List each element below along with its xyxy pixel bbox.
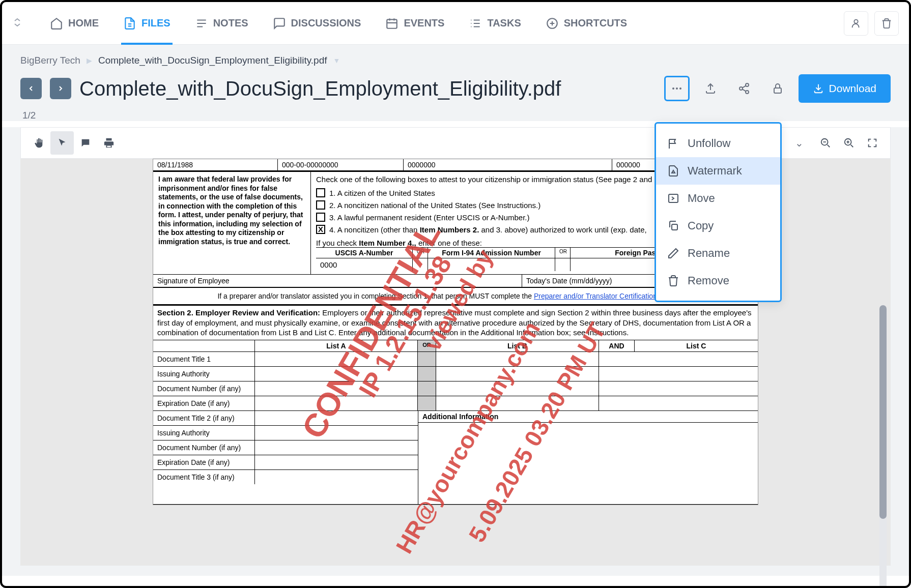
sig-label: Signature of Employee [153,275,522,287]
chevron-right-icon [56,84,65,93]
print-tool[interactable] [97,131,121,155]
zoom-in[interactable] [837,131,861,155]
doc-num-1: Document Number (if any) [153,381,255,396]
nav-tasks[interactable]: TASKS [457,2,533,45]
checkbox-4[interactable] [316,225,325,234]
svg-point-2 [854,19,858,23]
remove-icon [667,275,679,287]
opt3: 3. A lawful permanent resident (Enter US… [329,213,530,222]
nav-files-label: FILES [141,17,170,29]
tasks-icon [469,17,482,30]
chevron-right-icon: ▶ [87,56,92,65]
upload-button[interactable] [698,76,723,101]
move-icon [667,192,679,204]
comment-tool[interactable] [74,131,97,155]
header-area: BigBerry Tech ▶ Complete_with_DocuSign_E… [2,45,909,121]
doc-num-2: Document Number (if any) [153,440,255,455]
uscis-hdr: USCIS A-Number [316,248,413,258]
and-col: AND [599,340,635,351]
issuing-auth-2: Issuing Authority [153,426,255,440]
uscis-val: 0000 [316,258,413,271]
user-button[interactable] [844,11,868,36]
opt2: 2. A noncitizen national of the United S… [329,201,540,210]
menu-copy-label: Copy [688,219,714,232]
zoom-dropdown[interactable]: ⌄ [795,137,804,149]
fullscreen-icon [867,137,878,149]
menu-copy[interactable]: Copy [656,212,780,240]
zoom-out[interactable] [814,131,837,155]
exp-date-1: Expiration Date (if any) [153,396,255,410]
lock-icon [772,82,784,95]
trash-button[interactable] [874,11,899,36]
or2: OR [555,248,571,258]
nav-files[interactable]: FILES [111,2,183,45]
context-menu: Unfollow Watermark Move Copy Rename Remo… [654,122,782,302]
nav-home[interactable]: HOME [38,2,111,45]
cursor-icon [56,137,68,149]
list-b-hdr: List B [436,340,599,351]
checkbox-2[interactable] [316,200,325,210]
plus-circle-icon [546,17,559,30]
trash-icon [881,18,892,29]
nav-notes[interactable]: NOTES [183,2,261,45]
share-icon [738,82,750,95]
checkbox-1[interactable] [316,188,325,197]
svg-rect-0 [387,19,397,28]
share-button[interactable] [731,76,757,101]
doc-title-2: Document Title 2 (if any) [153,411,255,425]
calendar-icon [385,17,398,30]
preparer-link[interactable]: Preparer and/or Translator Certification [534,292,657,300]
menu-unfollow[interactable]: Unfollow [656,130,780,157]
nav-events-label: EVENTS [404,17,444,29]
nav-shortcuts[interactable]: SHORTCUTS [533,2,639,45]
doc-title-3: Document Title 3 (if any) [153,470,255,484]
breadcrumb: BigBerry Tech ▶ Complete_with_DocuSign_E… [20,55,891,66]
nav-shortcuts-label: SHORTCUTS [564,17,627,29]
copy-icon [667,220,679,232]
svg-point-8 [746,91,749,94]
more-button[interactable] [664,76,690,101]
prev-button[interactable] [20,78,42,99]
menu-rename-label: Rename [688,247,730,260]
checkbox-3[interactable] [316,213,325,222]
fullscreen[interactable] [861,131,884,155]
svg-point-7 [739,87,743,90]
lock-button[interactable] [765,76,790,101]
nav-discussions[interactable]: DISCUSSIONS [261,2,374,45]
svg-point-3 [672,87,674,90]
nav-home-label: HOME [68,17,99,29]
hand-tool[interactable] [27,131,50,155]
opt1: 1. A citizen of the United States [329,189,435,197]
svg-point-5 [679,87,681,90]
print-icon [103,137,115,149]
next-button[interactable] [50,78,71,99]
discussions-icon [273,17,286,30]
expand-icon[interactable] [12,17,22,30]
breadcrumb-root[interactable]: BigBerry Tech [20,55,80,66]
select-tool[interactable] [50,131,74,155]
dob-value: 08/11/1988 [153,159,278,170]
menu-move[interactable]: Move [656,185,780,212]
top-nav: HOME FILES NOTES DISCUSSIONS EVENTS TASK… [2,2,909,45]
scrollbar-thumb[interactable] [879,305,887,519]
svg-point-6 [746,83,749,86]
or1: OR [413,248,428,258]
download-button[interactable]: Download [799,74,891,103]
attest-text: I am aware that federal law provides for… [153,172,311,274]
i94-hdr: Form I-94 Admission Number [428,248,555,258]
svg-rect-9 [774,88,781,93]
nav-tasks-label: TASKS [487,17,521,29]
issuing-auth-1: Issuing Authority [153,367,255,381]
menu-watermark[interactable]: Watermark [656,157,780,185]
page-counter: 1/2 [22,110,891,121]
svg-point-4 [676,87,678,90]
menu-remove-label: Remove [688,274,729,287]
user-icon [850,18,862,29]
menu-rename[interactable]: Rename [656,240,780,267]
chevron-down-icon[interactable]: ▼ [333,56,340,65]
menu-remove[interactable]: Remove [656,267,780,295]
scrollbar[interactable] [879,305,887,588]
menu-unfollow-label: Unfollow [688,137,730,150]
nav-events[interactable]: EVENTS [373,2,457,45]
opt4: 4. A noncitizen (other than Item Numbers… [329,225,647,234]
